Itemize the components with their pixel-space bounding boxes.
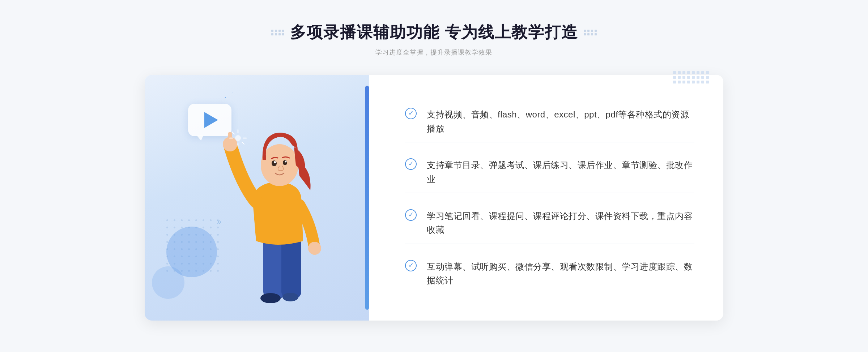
illustration-panel: · · »	[145, 75, 369, 321]
feature-item-3: ✓ 学习笔记回看、课程提问、课程评论打分、课件资料下载，重点内容收藏	[405, 203, 694, 244]
sparkle-icon: ·	[224, 93, 226, 101]
page-title: 多项录播课辅助功能 专为线上教学打造	[290, 22, 578, 43]
features-panel: ✓ 支持视频、音频、flash、word、excel、ppt、pdf等各种格式的…	[369, 75, 723, 321]
page-subtitle: 学习进度全掌握，提升录播课教学效果	[375, 48, 492, 57]
feature-item-2: ✓ 支持章节目录、弹题考试、课后练习、课后作业、章节测验、批改作业	[405, 152, 694, 193]
svg-point-8	[261, 144, 298, 186]
feature-item-1: ✓ 支持视频、音频、flash、word、excel、ppt、pdf等各种格式的…	[405, 101, 694, 142]
title-dots-right	[584, 30, 597, 35]
svg-line-19	[242, 142, 244, 144]
feature-item-4: ✓ 互动弹幕、试听购买、微信分享、观看次数限制、学习进度跟踪、数据统计	[405, 253, 694, 294]
stripe-decoration	[673, 71, 709, 83]
check-mark-3: ✓	[408, 211, 414, 218]
feature-text-3: 学习笔记回看、课程提问、课程评论打分、课件资料下载，重点内容收藏	[427, 209, 694, 237]
check-icon-2: ✓	[405, 158, 417, 170]
svg-point-2	[260, 293, 281, 303]
page-wrapper: 多项录播课辅助功能 专为线上教学打造 学习进度全掌握，提升录播课教学效果	[0, 0, 868, 352]
svg-point-3	[282, 293, 298, 301]
svg-point-10	[283, 160, 287, 165]
check-mark-4: ✓	[408, 262, 414, 269]
header-section: 多项录播课辅助功能 专为线上教学打造 学习进度全掌握，提升录播课教学效果	[271, 22, 597, 57]
svg-point-12	[285, 161, 287, 163]
content-card: · · »	[145, 75, 723, 321]
person-illustration	[220, 118, 343, 321]
sparkle-small-icon: ·	[231, 90, 233, 95]
check-icon-4: ✓	[405, 260, 417, 271]
svg-line-18	[232, 132, 234, 134]
title-row: 多项录播课辅助功能 专为线上教学打造	[271, 22, 597, 43]
feature-text-4: 互动弹幕、试听购买、微信分享、观看次数限制、学习进度跟踪、数据统计	[427, 260, 694, 288]
feature-text-2: 支持章节目录、弹题考试、课后练习、课后作业、章节测验、批改作业	[427, 158, 694, 186]
svg-point-13	[235, 135, 241, 141]
svg-rect-5	[228, 132, 232, 146]
check-mark-2: ✓	[408, 160, 414, 167]
circle-decoration-small	[152, 266, 184, 299]
feature-text-1: 支持视频、音频、flash、word、excel、ppt、pdf等各种格式的资源…	[427, 108, 694, 136]
check-icon-1: ✓	[405, 108, 417, 119]
check-mark-1: ✓	[408, 110, 414, 116]
svg-point-11	[274, 161, 276, 163]
blue-bar-decoration	[365, 86, 369, 310]
title-dots-left	[271, 30, 284, 35]
svg-point-9	[272, 160, 277, 166]
check-icon-3: ✓	[405, 209, 417, 221]
play-icon	[204, 112, 218, 128]
svg-point-6	[308, 242, 321, 255]
